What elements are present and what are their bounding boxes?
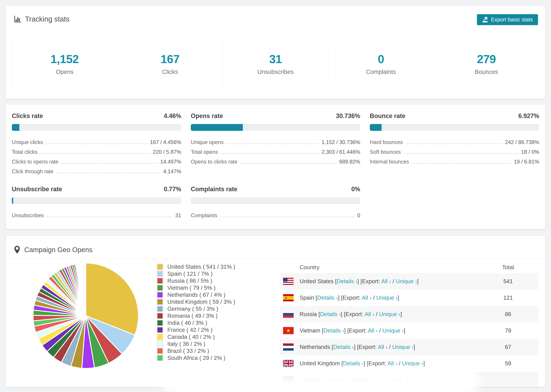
bar-chart-icon: [14, 15, 21, 23]
summary-value: 167: [161, 52, 179, 66]
export-unique-link[interactable]: Unique ›: [376, 294, 398, 301]
export-all-link[interactable]: All ›: [378, 344, 388, 350]
legend-label: Spain ( 121 / 7% ): [167, 271, 212, 277]
legend-item-italy[interactable]: Italy ( 36 / 2% ): [157, 340, 235, 347]
legend-item-brazil[interactable]: Brazil ( 33 / 2% ): [157, 347, 235, 354]
rate-detail-row: Unique opens1,152 / 30.736%: [191, 136, 360, 146]
page-title: Tracking stats: [25, 15, 70, 23]
details-link[interactable]: Details ›: [323, 327, 344, 334]
details-link[interactable]: Details ›: [317, 294, 338, 301]
geo-table-row-ru: Russia [Details ›] [Export: All › / Uniq…: [280, 306, 538, 322]
rate-detail-row: Total clicks220 / 5.87%: [12, 146, 181, 155]
details-link[interactable]: Details ›: [343, 360, 364, 366]
separator: /: [397, 360, 402, 366]
dotted-leader: [403, 153, 519, 154]
legend-item-india[interactable]: India ( 46 / 3% ): [157, 319, 235, 326]
export-label: ] [Export:: [354, 344, 378, 350]
summary-tile-unsubscribes: 31Unsubscribes: [223, 40, 328, 88]
rate-progress-bar: [12, 124, 181, 131]
legend-swatch: [157, 348, 163, 354]
ru-flag-icon: [283, 311, 294, 318]
dotted-leader: [40, 153, 151, 154]
summary-tile-opens: 1,152Opens: [12, 40, 117, 88]
legend-item-russia[interactable]: Russia ( 86 / 5% ): [157, 277, 235, 284]
geo-table: Country Total United States [Details ›] …: [280, 261, 538, 387]
export-all-link[interactable]: All ›: [362, 294, 372, 301]
export-all-link[interactable]: All ›: [381, 278, 391, 284]
pie-legend: United States ( 541 / 31% )Spain ( 121 /…: [157, 263, 235, 361]
legend-item-vietnam[interactable]: Vietnam ( 79 / 5% ): [157, 284, 235, 291]
rate-value: 4.46%: [164, 112, 181, 119]
rate-title: Opens rate: [191, 112, 223, 119]
dotted-leader: [240, 163, 337, 163]
country-cell: Russia [Details ›] [Export: All › / Uniq…: [300, 311, 402, 317]
export-button-label: Export basic stats: [491, 17, 533, 23]
rate-value: 6.927%: [518, 112, 539, 119]
country-cell: Netherlands [Details ›] [Export: All › /…: [300, 344, 415, 350]
total-cell: 86: [497, 311, 519, 317]
dotted-leader: [226, 143, 319, 144]
summary-value: 0: [378, 52, 384, 66]
total-cell: 67: [497, 344, 519, 350]
rate-detail-row: Internal bounces19 / 6.81%: [370, 155, 539, 165]
export-unique-link[interactable]: Unique ›: [379, 311, 400, 317]
map-pin-icon: [14, 245, 20, 254]
rate-detail-row: Unique clicks167 / 4.456%: [12, 136, 181, 146]
legend-swatch: [157, 320, 163, 326]
rate-block-bounce-rate: Bounce rate6.927%Hard bounces242 / 86.73…: [370, 112, 539, 175]
legend-item-spain[interactable]: Spain ( 121 / 7% ): [157, 270, 235, 277]
legend-item-germany[interactable]: Germany ( 55 / 3% ): [157, 305, 235, 312]
summary-value: 1,152: [50, 52, 79, 66]
export-unique-link[interactable]: Unique ›: [382, 327, 404, 334]
legend-swatch: [157, 341, 163, 347]
legend-item-united-states[interactable]: United States ( 541 / 31% ): [157, 263, 235, 270]
rate-progress-fill: [12, 124, 19, 131]
legend-item-south-africa[interactable]: South Africa ( 29 / 2% ): [157, 354, 235, 361]
dotted-leader: [405, 143, 502, 144]
rate-detail-row: Click through rate4.147%: [12, 165, 181, 175]
rates-grid: Clicks rate4.46%Unique clicks167 / 4.456…: [12, 112, 539, 219]
export-unique-link[interactable]: Unique ›: [396, 278, 417, 284]
es-flag-icon: [283, 294, 294, 301]
legend-label: Romania ( 49 / 3% ): [167, 313, 218, 319]
legend-item-canada[interactable]: Canada ( 40 / 2% ): [157, 333, 235, 340]
legend-item-netherlands[interactable]: Netherlands ( 67 / 4% ): [157, 291, 235, 298]
bracket: ]: [397, 294, 399, 301]
legend-swatch: [157, 306, 163, 312]
export-basic-stats-button[interactable]: Export basic stats: [477, 14, 538, 25]
nl-flag-icon: [283, 343, 294, 351]
rate-block-complaints-rate: Complaints rate0%Complaints0: [191, 186, 360, 219]
legend-item-united-kingdom[interactable]: United Kingdom ( 59 / 3% ): [157, 298, 235, 305]
export-label: ] [Export:: [338, 294, 362, 301]
legend-swatch: [157, 327, 163, 333]
separator: /: [374, 311, 379, 317]
legend-label: Brazil ( 33 / 2% ): [167, 348, 209, 354]
details-link[interactable]: Details ›: [320, 311, 341, 317]
legend-swatch: [157, 292, 163, 298]
gb-flag-icon: [283, 360, 294, 367]
summary-value: 279: [477, 52, 496, 66]
export-unique-link[interactable]: Unique ›: [402, 360, 423, 366]
bracket: ]: [423, 360, 425, 366]
total-column-header: Total: [497, 264, 519, 271]
export-all-link[interactable]: All ›: [365, 311, 374, 317]
export-all-link[interactable]: All ›: [368, 327, 378, 334]
bracket: ]: [417, 278, 418, 284]
dotted-leader: [56, 173, 161, 173]
export-unique-link[interactable]: Unique ›: [392, 344, 414, 350]
legend-label: Canada ( 40 / 2% ): [167, 334, 215, 340]
export-label: ] [Export:: [364, 360, 387, 366]
bracket: ]: [400, 311, 402, 317]
summary-tile-complaints: 0Complaints: [328, 40, 434, 88]
legend-swatch: [157, 278, 163, 284]
rate-progress-fill: [370, 124, 381, 131]
legend-item-france[interactable]: France ( 42 / 2% ): [157, 326, 235, 333]
details-link[interactable]: Details ›: [337, 278, 357, 284]
export-all-link[interactable]: All ›: [388, 360, 397, 366]
details-link[interactable]: Details ›: [333, 344, 354, 350]
legend-item-romania[interactable]: Romania ( 49 / 3% ): [157, 312, 235, 319]
geo-opens-card: Campaign Geo Opens United States ( 541 /…: [6, 236, 545, 387]
rate-detail-row: Soft bounces18 / 0%: [370, 146, 539, 155]
country-cell: United Kingdom [Details ›] [Export: All …: [300, 360, 425, 367]
country-name: Netherlands [: [300, 344, 333, 350]
